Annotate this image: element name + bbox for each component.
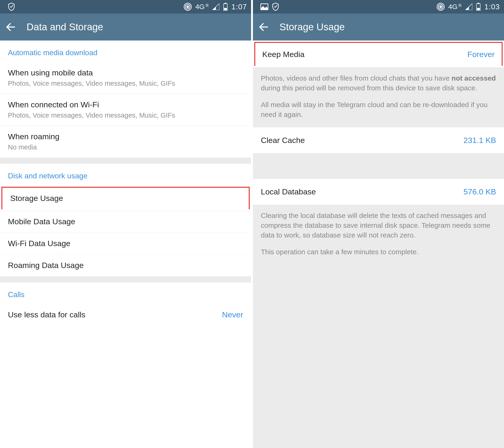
section-header-usage: Disk and network usage [0,164,251,185]
battery-icon [476,3,481,11]
info-local-db: Clearing the local database will delete … [253,205,504,265]
section-header-media: Automatic media download [0,40,251,62]
row-subtitle: Photos, Voice messages, Video messages, … [8,80,243,87]
shield-icon [7,2,15,11]
row-value: Never [222,310,243,319]
row-title: When using mobile data [8,68,243,77]
row-wifi-data-usage[interactable]: Wi-Fi Data Usage [0,233,251,255]
svg-rect-13 [477,8,480,10]
row-value: 576.0 KB [464,187,496,196]
row-local-database[interactable]: Local Database 576.0 KB [253,179,504,205]
row-value: Forever [468,50,495,59]
info-keep-media: Photos, videos and other files from clou… [253,67,504,127]
status-time: 1:07 [232,2,247,11]
row-title: Roaming Data Usage [8,261,243,270]
row-clear-cache[interactable]: Clear Cache 231.1 KB [253,127,504,153]
divider [0,276,251,283]
back-button[interactable] [258,22,269,32]
svg-rect-5 [224,8,227,10]
row-roaming[interactable]: When roaming No media [0,126,251,158]
row-title: Clear Cache [261,136,305,145]
row-wifi[interactable]: When connected on Wi-Fi Photos, Voice me… [0,94,251,126]
status-bar: 4GR 1:07 [0,0,251,14]
section-header-calls: Calls [0,283,251,304]
svg-point-0 [187,6,189,8]
row-mobile-data-usage[interactable]: Mobile Data Usage [0,211,251,233]
network-type: 4GR [195,3,209,11]
row-keep-media[interactable]: Keep Media Forever [254,42,503,66]
hotspot-icon [184,3,192,11]
svg-point-8 [439,6,442,8]
app-bar: Data and Storage [0,14,251,40]
app-bar: Storage Usage [253,14,504,40]
row-value: 231.1 KB [464,136,496,145]
row-title: When roaming [8,132,243,141]
row-title: Mobile Data Usage [8,217,243,226]
row-subtitle: No media [8,143,243,151]
page-title: Data and Storage [27,21,103,33]
signal-icon [212,3,219,10]
row-title: When connected on Wi-Fi [8,100,243,109]
row-mobile-data[interactable]: When using mobile data Photos, Voice mes… [0,62,251,94]
battery-icon [223,3,228,11]
divider [0,158,251,164]
page-title: Storage Usage [279,21,345,33]
divider [253,153,504,179]
row-title: Storage Usage [10,194,241,203]
content-area: Keep Media Forever Photos, videos and ot… [253,40,504,448]
shield-icon [271,2,279,11]
row-title: Wi-Fi Data Usage [8,239,243,248]
network-type: 4GR [448,3,462,11]
status-bar: 4GR 1:03 [253,0,504,14]
signal-icon [465,3,472,10]
row-storage-usage[interactable]: Storage Usage [1,187,250,209]
row-title: Local Database [261,187,316,196]
row-roaming-data-usage[interactable]: Roaming Data Usage [0,255,251,276]
row-title: Use less data for calls [8,310,86,319]
content-area: Automatic media download When using mobi… [0,40,251,448]
row-use-less-data[interactable]: Use less data for calls Never [0,304,251,326]
image-icon [260,3,268,10]
empty-area [253,265,504,448]
row-title: Keep Media [262,50,305,59]
row-subtitle: Photos, Voice messages, Video messages, … [8,111,243,119]
screen-data-and-storage: 4GR 1:07 Data and Storage Automatic medi… [0,0,252,448]
status-time: 1:03 [485,2,500,11]
back-button[interactable] [6,22,16,32]
screen-storage-usage: 4GR 1:03 Storage Usage Keep Media Foreve… [252,0,504,448]
hotspot-icon [437,3,445,11]
